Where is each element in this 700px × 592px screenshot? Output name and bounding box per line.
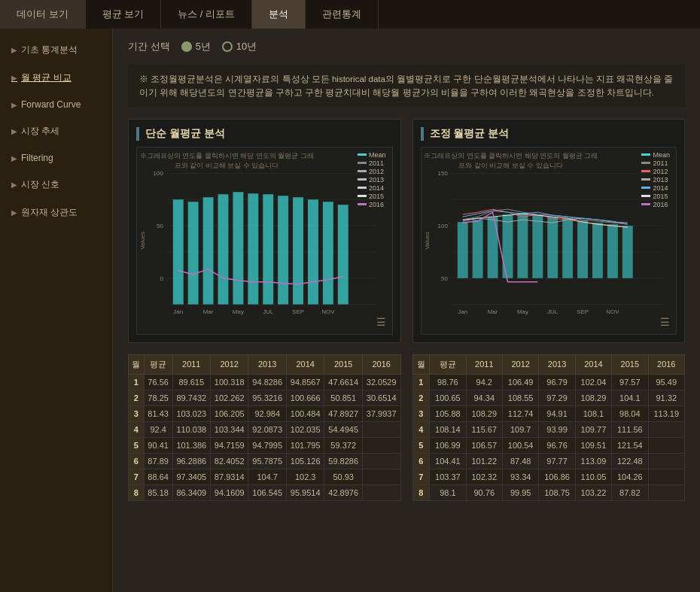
chart1-title: 단순 월평균 분석 — [136, 127, 393, 141]
chart-adjusted-monthly: 조정 월평균 분석 ※그래프상의 연도를 클릭하시면 해당 연도의 월평균 그래… — [412, 119, 686, 343]
th2-2013: 2013 — [539, 354, 575, 374]
svg-text:Mar: Mar — [487, 308, 498, 314]
table2: 월 평균 2011 2012 2013 2014 2015 2016 198.7… — [412, 354, 686, 501]
svg-rect-19 — [308, 199, 318, 304]
tab-news-report[interactable]: 뉴스 / 리포트 — [161, 0, 252, 29]
svg-rect-17 — [278, 196, 288, 304]
legend-2011[interactable]: 2011 — [358, 159, 386, 167]
radio-label-10year: 10년 — [236, 40, 257, 53]
chart1-svg: 100 50 0 Values — [137, 147, 392, 334]
svg-rect-46 — [577, 220, 588, 278]
sidebar-item-forward-curve[interactable]: ▶ Forward Curve — [0, 92, 112, 117]
table1-header-row: 월 평균 2011 2012 2013 2014 2015 2016 — [129, 354, 401, 374]
svg-text:50: 50 — [157, 223, 163, 229]
svg-rect-49 — [622, 226, 632, 278]
table1: 월 평균 2011 2012 2013 2014 2015 2016 176.5… — [128, 354, 401, 501]
table1-body: 176.5689.615100.31894.828694.856747.6614… — [129, 374, 401, 500]
svg-text:SEP: SEP — [577, 308, 589, 314]
period-selector: 기간 선택 5년 10년 — [128, 40, 685, 53]
th1-avg: 평균 — [144, 354, 172, 374]
sidebar-item-monthly-avg[interactable]: ▶ 월 평균 비교 — [0, 64, 112, 92]
legend-mean: Mean — [358, 151, 386, 159]
table2-body: 198.7694.2106.4996.79102.0497.5795.49210… — [412, 374, 685, 500]
sidebar-item-market-trend[interactable]: ▶ 시장 추세 — [0, 117, 112, 145]
svg-rect-42 — [517, 213, 528, 278]
svg-text:JUL: JUL — [263, 308, 274, 314]
sidebar: ▶ 기초 통계분석 ▶ 월 평균 비교 ▶ Forward Curve ▶ 시장… — [0, 29, 113, 592]
chart1-legend: Mean 2011 2012 2013 — [358, 151, 386, 209]
legend-2014-color — [358, 187, 367, 189]
chart2-title: 조정 월평균 분석 — [421, 127, 677, 141]
legend2-2015[interactable]: 2015 — [641, 193, 670, 200]
table-row: 492.4110.038103.34492.0873102.03554.4945 — [129, 421, 401, 437]
arrow-icon-6: ▶ — [11, 181, 17, 189]
tab-data-view[interactable]: 데이터 보기 — [0, 0, 86, 29]
svg-rect-43 — [532, 215, 543, 278]
legend-2011-color — [358, 162, 367, 164]
radio-5year[interactable]: 5년 — [181, 40, 211, 53]
th1-2011: 2011 — [172, 354, 210, 374]
arrow-icon-3: ▶ — [11, 101, 17, 109]
legend-2012-color — [358, 170, 367, 172]
svg-rect-18 — [293, 197, 303, 304]
th1-2013: 2013 — [248, 354, 286, 374]
legend-2013[interactable]: 2013 — [358, 176, 386, 184]
table2-container: 월 평균 2011 2012 2013 2014 2015 2016 198.7… — [412, 354, 686, 501]
svg-text:Jan: Jan — [458, 308, 467, 314]
chart2-menu-icon[interactable]: ☰ — [660, 316, 670, 328]
table-row: 3105.88108.29112.7494.91108.198.04113.19 — [412, 405, 685, 421]
legend2-2012[interactable]: 2012 — [641, 168, 670, 175]
radio-10year[interactable]: 10년 — [222, 40, 257, 53]
chart2-legend: Mean 2011 2012 2013 — [641, 151, 670, 209]
sidebar-item-basic-stats[interactable]: ▶ 기초 통계분석 — [0, 36, 112, 64]
tab-average-view[interactable]: 평균 보기 — [86, 0, 162, 29]
sidebar-item-market-signal[interactable]: ▶ 시장 신호 — [0, 171, 112, 199]
top-navigation: 데이터 보기 평균 보기 뉴스 / 리포트 분석 관련통계 — [0, 0, 700, 29]
svg-rect-20 — [323, 202, 333, 304]
arrow-icon: ▶ — [11, 46, 17, 54]
tables-row: 월 평균 2011 2012 2013 2014 2015 2016 176.5… — [128, 354, 685, 501]
svg-rect-14 — [233, 192, 243, 304]
table-row: 788.6497.340587.9314104.7102.350.93 — [129, 469, 401, 484]
th2-2012: 2012 — [502, 354, 538, 374]
th2-2016: 2016 — [648, 354, 684, 374]
legend-2015[interactable]: 2015 — [358, 193, 386, 200]
table-row: 7103.37102.3293.34106.86110.05104.26 — [412, 469, 685, 484]
table-row: 6104.41101.2287.4897.77113.09122.48 — [412, 453, 685, 469]
legend-2014[interactable]: 2014 — [358, 184, 386, 192]
svg-rect-21 — [338, 205, 348, 304]
legend2-2016[interactable]: 2016 — [641, 201, 670, 208]
chart1-note: ※그래프상의 연도를 클릭하시면 해당 연도의 월평균 그래프와 같이 비교해 … — [137, 151, 317, 171]
legend2-2011[interactable]: 2011 — [641, 159, 670, 167]
legend-2016-color — [358, 203, 367, 205]
svg-rect-11 — [188, 202, 199, 304]
tab-analysis[interactable]: 분석 — [252, 0, 306, 29]
radio-circle-5year — [181, 41, 192, 52]
legend2-2014[interactable]: 2014 — [641, 184, 670, 192]
legend-2013-color — [358, 178, 367, 181]
arrow-icon-2: ▶ — [11, 74, 17, 82]
legend2-2013[interactable]: 2013 — [641, 176, 670, 184]
chart1-inner: ※그래프상의 연도를 클릭하시면 해당 연도의 월평균 그래프와 같이 비교해 … — [136, 147, 393, 335]
chart2-title-bar — [421, 127, 424, 141]
sidebar-item-raw-material-correlation[interactable]: ▶ 원자재 상관도 — [0, 199, 112, 226]
arrow-icon-7: ▶ — [11, 208, 17, 217]
chart1-menu-icon[interactable]: ☰ — [376, 316, 386, 328]
arrow-icon-4: ▶ — [11, 127, 17, 135]
radio-label-5year: 5년 — [196, 40, 211, 53]
radio-circle-10year — [222, 41, 233, 52]
svg-text:100: 100 — [154, 170, 164, 177]
sidebar-item-filtering[interactable]: ▶ Filtering — [0, 145, 112, 171]
th1-2015: 2015 — [324, 354, 362, 374]
svg-text:May: May — [516, 308, 528, 314]
legend-2012[interactable]: 2012 — [358, 168, 386, 175]
svg-rect-38 — [457, 222, 467, 278]
svg-text:0: 0 — [160, 275, 163, 282]
legend-mean-color — [358, 153, 367, 156]
svg-rect-15 — [248, 193, 258, 304]
tab-related-stats[interactable]: 관련통계 — [306, 0, 379, 29]
legend-2016[interactable]: 2016 — [358, 201, 386, 208]
svg-rect-39 — [472, 220, 482, 278]
svg-text:100: 100 — [437, 223, 448, 229]
table-row: 4108.14115.67109.793.99109.77111.56 — [412, 421, 685, 437]
